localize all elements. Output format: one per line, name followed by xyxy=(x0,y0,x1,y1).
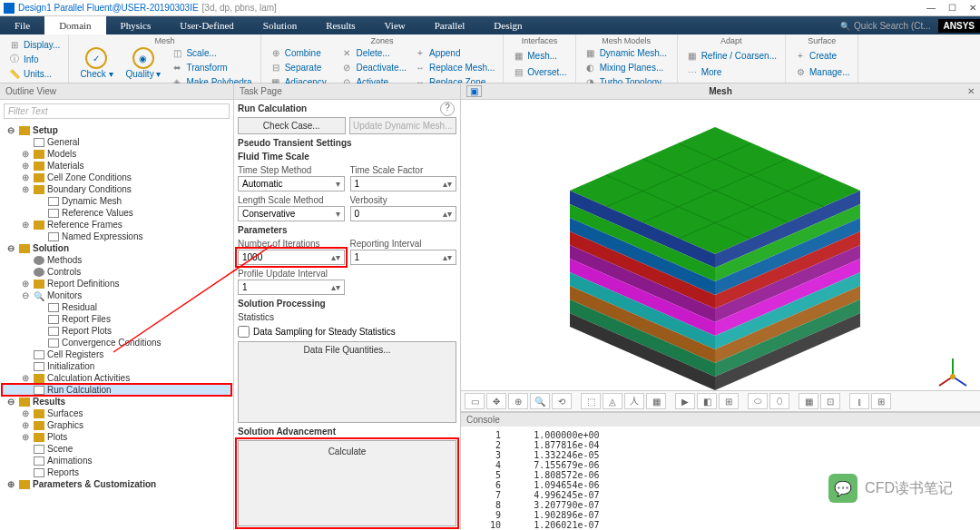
vtoolbar-button[interactable]: ▭ xyxy=(465,393,485,409)
tree-residual[interactable]: Residual xyxy=(2,301,231,313)
calculate-button[interactable]: Calculate xyxy=(238,440,456,527)
menu-domain[interactable]: Domain xyxy=(44,16,105,34)
tree-reference-frames[interactable]: ⊕Reference Frames xyxy=(2,219,231,231)
data-file-button[interactable]: Data File Quantities... xyxy=(238,341,456,423)
profile-input[interactable]: 1▴▾ xyxy=(238,280,345,295)
vtoolbar-button[interactable]: ⊞ xyxy=(871,393,891,409)
vrb-input[interactable]: 0▴▾ xyxy=(350,206,457,221)
tree-parameters---customization[interactable]: ⊕Parameters & Customization xyxy=(2,478,231,490)
sampling-checkbox[interactable] xyxy=(238,326,250,338)
stepper-icon[interactable]: ▴▾ xyxy=(443,252,452,262)
tree-animations[interactable]: Animations xyxy=(2,455,231,466)
ribbon-quality[interactable]: ◉Quality ▾ xyxy=(121,45,167,89)
ribbon-refinecoarsen[interactable]: ▦Refine / Coarsen... xyxy=(683,48,779,63)
ribbon-separate[interactable]: ⊟Separate xyxy=(267,60,337,74)
tree-graphics[interactable]: ⊕Graphics xyxy=(2,419,231,431)
tree-calculation-activities[interactable]: ⊕Calculation Activities xyxy=(2,372,231,384)
ribbon-deactivate[interactable]: ⊘Deactivate... xyxy=(338,60,409,74)
ribbon-units[interactable]: 📏Units... xyxy=(5,66,63,81)
mesh-canvas[interactable] xyxy=(461,100,980,390)
ribbon-mesh[interactable]: ▦Mesh... xyxy=(509,48,569,63)
stepper-icon[interactable]: ▴▾ xyxy=(443,209,452,219)
ribbon-manage[interactable]: ⚙Manage... xyxy=(791,65,852,80)
search-icon xyxy=(840,21,850,31)
vtoolbar-button[interactable]: ✥ xyxy=(486,393,506,409)
menu-results[interactable]: Results xyxy=(311,16,369,34)
ribbon-overset[interactable]: ▤Overset... xyxy=(509,65,569,80)
maximize-button[interactable]: ☐ xyxy=(948,3,956,13)
tree-plots[interactable]: ⊕Plots xyxy=(2,431,231,443)
viewer-close-icon[interactable]: ✕ xyxy=(967,86,975,96)
ribbon-create[interactable]: +Create xyxy=(791,48,852,63)
tree-general[interactable]: General xyxy=(2,136,231,148)
ribbon-display[interactable]: ⊞Display... xyxy=(5,37,63,52)
tree-solution[interactable]: ⊖Solution xyxy=(2,242,231,254)
menu-user-defined[interactable]: User-Defined xyxy=(165,16,249,34)
tree-report-definitions[interactable]: ⊕Report Definitions xyxy=(2,278,231,290)
tree-scene[interactable]: Scene xyxy=(2,443,231,455)
ribbon-delete[interactable]: ✕Delete... xyxy=(338,45,409,60)
vtoolbar-button[interactable]: 🔍 xyxy=(530,393,550,409)
check-case-button[interactable]: Check Case... xyxy=(238,117,346,134)
update-mesh-button[interactable]: Update Dynamic Mesh... xyxy=(349,117,457,134)
tree-boundary-conditions[interactable]: ⊕Boundary Conditions xyxy=(2,183,231,195)
ribbon-append[interactable]: +Append xyxy=(411,45,497,60)
tree-convergence-conditions[interactable]: Convergence Conditions xyxy=(2,337,231,348)
tree-reports[interactable]: Reports xyxy=(2,466,231,478)
minimize-button[interactable]: — xyxy=(926,3,936,13)
tree-run-calculation[interactable]: Run Calculation xyxy=(2,384,231,396)
ribbon-replacemesh[interactable]: ↔Replace Mesh... xyxy=(411,60,497,74)
tree-setup[interactable]: ⊖Setup xyxy=(2,124,231,136)
ribbon-scale[interactable]: ◫Scale... xyxy=(168,45,254,60)
ribbon-more[interactable]: ⋯More xyxy=(683,65,779,80)
tree-controls[interactable]: Controls xyxy=(2,266,231,278)
tsm-select[interactable]: Automatic▾ xyxy=(238,176,345,191)
stepper-icon[interactable]: ▴▾ xyxy=(331,252,340,262)
reporting-input[interactable]: 1▴▾ xyxy=(350,250,457,265)
menu-physics[interactable]: Physics xyxy=(106,16,166,34)
tree-initialization[interactable]: Initialization xyxy=(2,360,231,372)
tree-report-files[interactable]: Report Files xyxy=(2,313,231,325)
stat-label: Statistics xyxy=(238,312,456,322)
viewer-tab-icon[interactable]: ▣ xyxy=(466,85,482,97)
main-menu: FileDomainPhysicsUser-DefinedSolutionRes… xyxy=(0,16,980,34)
search-input[interactable]: Quick Search (Ct... xyxy=(854,21,930,31)
viewer-tab[interactable]: Mesh xyxy=(709,86,732,96)
ribbon-check[interactable]: ✓Check ▾ xyxy=(74,45,118,89)
tree-dynamic-mesh[interactable]: Dynamic Mesh xyxy=(2,195,231,207)
iterations-input[interactable]: 1000▴▾ xyxy=(238,250,345,265)
menu-design[interactable]: Design xyxy=(479,16,536,34)
stepper-icon[interactable]: ▴▾ xyxy=(443,179,452,189)
vtoolbar-button[interactable]: ⊕ xyxy=(508,393,528,409)
tsf-input[interactable]: 1▴▾ xyxy=(350,176,457,191)
menu-view[interactable]: View xyxy=(370,16,420,34)
tree-monitors[interactable]: ⊖🔍Monitors xyxy=(2,290,231,301)
stepper-icon[interactable]: ▴▾ xyxy=(331,282,340,292)
help-icon[interactable]: ? xyxy=(440,102,455,116)
outline-tree: ⊖SetupGeneral⊕Models⊕Materials⊕Cell Zone… xyxy=(0,123,233,530)
tree-reference-values[interactable]: Reference Values xyxy=(2,207,231,219)
lsm-select[interactable]: Conservative▾ xyxy=(238,206,345,221)
menu-parallel[interactable]: Parallel xyxy=(420,16,480,34)
menu-solution[interactable]: Solution xyxy=(249,16,311,34)
ribbon-combine[interactable]: ⊕Combine xyxy=(267,45,337,60)
close-button[interactable]: ✕ xyxy=(969,3,976,13)
ribbon-mixingplanes[interactable]: ◐Mixing Planes... xyxy=(582,60,671,74)
tree-cell-registers[interactable]: Cell Registers xyxy=(2,348,231,360)
ribbon-dynamicmesh[interactable]: ▦Dynamic Mesh... xyxy=(582,45,671,60)
tree-report-plots[interactable]: Report Plots xyxy=(2,325,231,337)
filter-input[interactable]: Filter Text xyxy=(4,103,230,119)
tree-surfaces[interactable]: ⊕Surfaces xyxy=(2,407,231,419)
menu-file[interactable]: File xyxy=(0,16,44,34)
tree-cell-zone-conditions[interactable]: ⊕Cell Zone Conditions xyxy=(2,172,231,183)
tree-named-expressions[interactable]: Named Expressions xyxy=(2,231,231,242)
tree-models[interactable]: ⊕Models xyxy=(2,148,231,160)
tree-results[interactable]: ⊖Results xyxy=(2,396,231,407)
ansys-logo: ANSYS xyxy=(938,19,980,33)
vrb-label: Verbosity xyxy=(350,195,457,205)
tree-materials[interactable]: ⊕Materials xyxy=(2,160,231,172)
ribbon-transform[interactable]: ⬌Transform xyxy=(168,60,254,74)
ribbon-info[interactable]: ⓘInfo xyxy=(5,52,63,66)
tree-methods[interactable]: Methods xyxy=(2,254,231,266)
section-parameters: Parameters xyxy=(238,225,456,235)
